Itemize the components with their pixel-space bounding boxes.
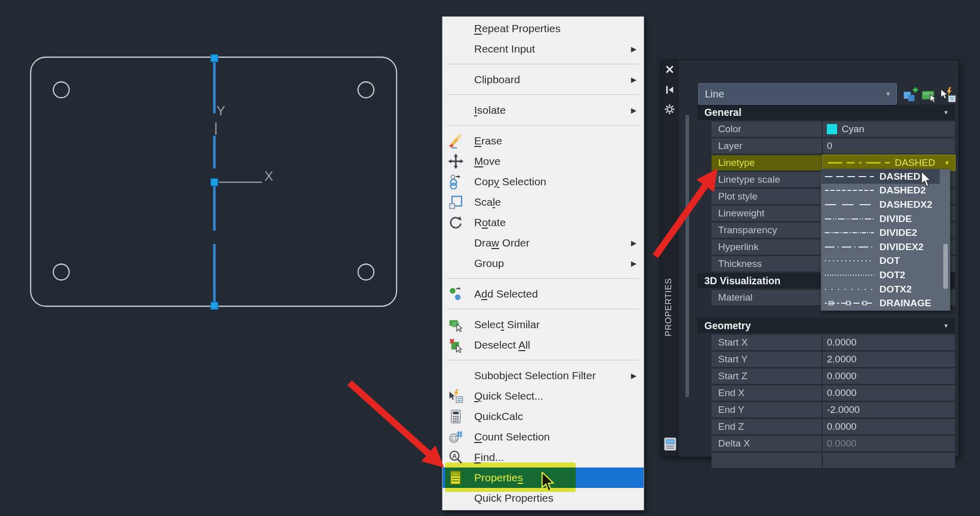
menu-item-copy-selection[interactable]: Copy Selection xyxy=(443,171,644,192)
linetype-option-dotx2[interactable]: DOTX2 xyxy=(821,282,950,297)
linetype-dropdown-list: DASHEDDASHED2DASHEDX2DIVIDEDIVIDE2DIVIDE… xyxy=(821,169,950,311)
menu-item-label: Quick Select... xyxy=(474,386,543,406)
dropdown-scrollbar-thumb[interactable] xyxy=(943,244,948,289)
hole-bottom-right xyxy=(358,264,374,280)
menu-item-scale[interactable]: Scale xyxy=(443,192,644,212)
svg-text:A: A xyxy=(452,453,457,460)
section-header-general[interactable]: General▼ xyxy=(697,105,955,120)
menu-item-label: Clipboard xyxy=(474,69,520,90)
palette-scrollbar[interactable] xyxy=(685,115,689,397)
select-objects-icon[interactable] xyxy=(921,87,937,103)
property-value[interactable]: 0.0000 xyxy=(823,368,955,384)
linetype-option-dot2[interactable]: DOT2 xyxy=(821,268,950,282)
property-row-start-y[interactable]: Start Y2.0000 xyxy=(712,352,955,367)
property-row-start-z[interactable]: Start Z0.0000 xyxy=(712,368,955,384)
property-row-delta-x[interactable]: Delta X0.0000 xyxy=(712,436,955,451)
menu-item-label: Select Similar xyxy=(474,314,540,335)
menu-item-label: Erase xyxy=(474,131,502,151)
value-text: 0.0000 xyxy=(827,368,856,384)
property-value[interactable]: 0.0000 xyxy=(823,419,955,434)
close-icon[interactable] xyxy=(665,64,675,75)
menu-item-subobject-selection-filter[interactable]: Subobject Selection Filter▶ xyxy=(443,365,644,386)
menu-item-deselect-all[interactable]: Deselect All xyxy=(443,335,644,355)
ucs-x-label: X xyxy=(264,168,273,184)
property-row-linetype[interactable]: LinetypeDASHED▼ xyxy=(712,155,955,170)
menu-item-isolate[interactable]: Isolate▶ xyxy=(443,100,644,120)
drawing-canvas[interactable]: Y X xyxy=(0,0,439,516)
property-value[interactable]: 0.0000 xyxy=(823,436,955,451)
linetype-option-drainage[interactable]: DRAINAGE xyxy=(821,296,950,310)
linetype-option-label: DIVIDEX2 xyxy=(879,241,924,253)
value-text: 0.0000 xyxy=(827,419,856,434)
property-row-layer[interactable]: Layer0 xyxy=(712,138,955,154)
menu-item-erase[interactable]: Erase xyxy=(443,131,644,151)
deselect-all-icon xyxy=(448,337,463,353)
menu-item-add-selected[interactable]: Add Selected xyxy=(443,284,644,304)
menu-item-rotate[interactable]: Rotate xyxy=(443,212,644,233)
palette-titlebar: PROPERTIES xyxy=(660,60,679,457)
palette-thumbnail-icon[interactable] xyxy=(664,437,677,451)
property-value[interactable] xyxy=(823,453,955,468)
property-value[interactable]: 0 xyxy=(823,138,955,154)
erase-icon xyxy=(448,133,463,149)
quick-select-icon xyxy=(448,388,463,404)
menu-item-move[interactable]: Move xyxy=(443,151,644,171)
ucs-axes xyxy=(216,122,262,182)
menu-item-count-selection[interactable]: Count Selection xyxy=(443,427,644,447)
linetype-option-dividex2[interactable]: DIVIDEX2 xyxy=(821,240,950,254)
linetype-preview-icon xyxy=(824,285,875,293)
property-row-end-z[interactable]: End Z0.0000 xyxy=(712,419,955,434)
property-label: Material xyxy=(712,290,822,305)
property-label: End X xyxy=(712,385,822,401)
property-label: Start X xyxy=(712,335,822,350)
linetype-option-divide2[interactable]: DIVIDE2 xyxy=(821,226,950,240)
auto-hide-icon[interactable] xyxy=(665,85,675,95)
menu-item-label: Rotate xyxy=(474,212,506,233)
property-value[interactable]: Cyan xyxy=(823,121,955,137)
menu-item-select-similar[interactable]: Select Similar xyxy=(443,314,644,335)
linetype-option-dashedx2[interactable]: DASHEDX2 xyxy=(821,198,950,212)
property-label: Linetype xyxy=(712,155,822,170)
menu-item-quick-select[interactable]: Quick Select... xyxy=(443,386,644,406)
property-value[interactable]: 2.0000 xyxy=(823,352,955,367)
object-type-selector[interactable]: Line ▼ xyxy=(698,83,897,105)
submenu-arrow-icon: ▶ xyxy=(631,100,636,120)
property-label: Transparency xyxy=(712,223,822,238)
linetype-option-dot[interactable]: DOT xyxy=(821,254,950,268)
linetype-preview-icon xyxy=(824,299,875,307)
property-label: Thickness xyxy=(712,256,822,272)
property-row-end-y[interactable]: End Y-2.0000 xyxy=(712,402,955,417)
gear-icon[interactable] xyxy=(665,104,675,114)
select-similar-icon xyxy=(448,317,463,332)
hole-top-right xyxy=(358,82,374,98)
menu-item-quickcalc[interactable]: QuickCalc xyxy=(443,406,644,427)
menu-item-repeat-properties[interactable]: Repeat Properties xyxy=(443,18,644,39)
linetype-option-divide[interactable]: DIVIDE xyxy=(821,212,950,226)
property-row-color[interactable]: ColorCyan xyxy=(712,121,955,137)
menu-item-clipboard[interactable]: Clipboard▶ xyxy=(443,69,644,90)
menu-item-group[interactable]: Group▶ xyxy=(443,253,644,274)
property-value[interactable]: 0.0000 xyxy=(823,385,955,401)
menu-item-recent-input[interactable]: Recent Input▶ xyxy=(443,39,644,59)
quick-select-panel-icon[interactable] xyxy=(940,87,956,103)
chevron-down-icon[interactable]: ▼ xyxy=(943,105,949,120)
property-row-end-x[interactable]: End X0.0000 xyxy=(712,385,955,401)
property-label: Linetype scale xyxy=(712,172,822,187)
property-row-start-x[interactable]: Start X0.0000 xyxy=(712,335,955,350)
property-row-empty[interactable] xyxy=(712,453,955,468)
linetype-preview-icon xyxy=(824,271,875,279)
menu-separator xyxy=(443,59,644,69)
property-value[interactable]: DASHED▼ xyxy=(823,155,955,170)
menu-item-draw-order[interactable]: Draw Order▶ xyxy=(443,233,644,253)
chevron-down-icon[interactable]: ▼ xyxy=(944,155,950,170)
property-value[interactable]: -2.0000 xyxy=(823,402,955,417)
linetype-option-label: DOT2 xyxy=(879,269,905,281)
value-text: 0 xyxy=(827,138,832,154)
property-value[interactable]: 0.0000 xyxy=(823,335,955,350)
section-header-geometry[interactable]: Geometry▼ xyxy=(697,318,955,333)
menu-item-label: Group xyxy=(474,253,504,274)
submenu-arrow-icon: ▶ xyxy=(631,39,636,59)
linetype-option-label: DOT xyxy=(879,255,900,266)
pickadd-toggle-icon[interactable] xyxy=(902,87,918,103)
chevron-down-icon[interactable]: ▼ xyxy=(943,318,949,333)
